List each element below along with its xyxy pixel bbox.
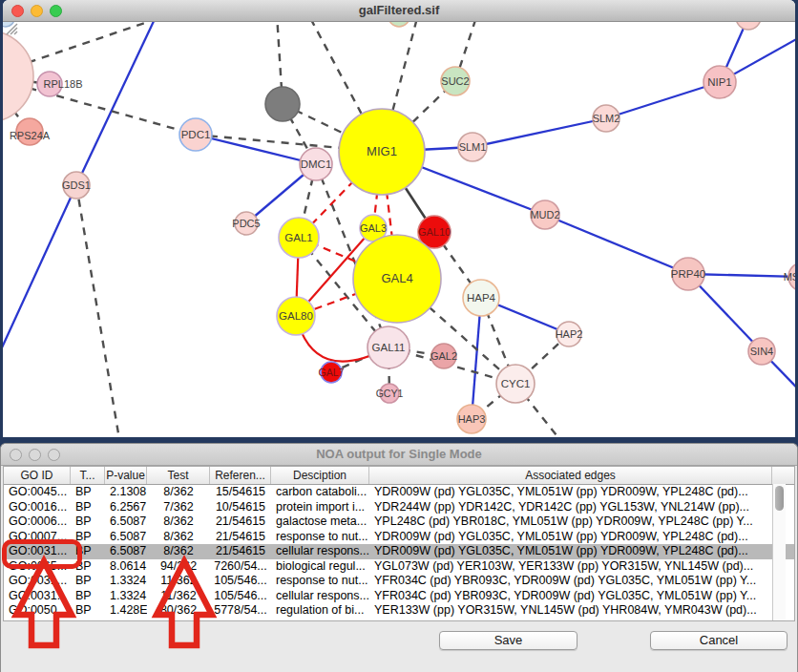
node-DMC1[interactable]: DMC1 [300,148,332,180]
table-row[interactable]: GO:0031...BP1.3324...11/362105/546...res… [4,574,794,589]
cell: 8.0614... [105,559,147,575]
cell: 11/362 [147,589,210,604]
node-label: GAL11 [372,342,406,353]
noa-window-title: NOA output for Single Mode [1,447,797,461]
cell: YPL248C (pd) YBR018C, YML051W (pp) YDR00… [369,514,772,530]
node-HAP3[interactable]: HAP3 [457,405,486,433]
cell: GO:0016... [4,500,71,515]
noa-results-table: GO IDT...P-valueTestReferen...Desciption… [3,466,795,621]
node-grayNode[interactable] [265,87,300,121]
cell: BP [71,603,105,619]
node-label: RPL18B [44,78,83,90]
table-row[interactable]: GO:0050...BP1.428E...80/3625778/54...reg… [4,603,794,619]
node-PDC1[interactable]: PDC1 [179,118,212,151]
table-row[interactable]: GO:0065...BP8.0614...94/3627260/54...bio… [4,559,794,575]
node-bigleft[interactable] [3,31,33,122]
cell: 7/362 [147,500,210,515]
cell: response to nut... [271,530,369,545]
cell: cellular respons... [271,589,369,604]
node-CYC1[interactable]: CYC1 [496,365,535,403]
cell: YFR034C (pd) YBR093C, YDR009W (pd) YGL03… [369,589,772,604]
table-row[interactable]: GO:0031...BP1.3324...11/362105/546...cel… [4,589,794,604]
node-GAL1[interactable]: GAL1 [279,218,319,258]
column-header-associated-edges[interactable]: Associated edges [369,467,772,484]
vertical-scrollbar-thumb[interactable] [775,486,784,511]
cell: 2.1308... [105,485,147,500]
cell: BP [71,589,105,604]
cell: 21/54615 [210,530,271,545]
node-PRP40[interactable]: PRP40 [671,258,705,290]
network-canvas[interactable]: RPL18BRPS24AGDS1PDC1PDC5DMC1MIG1SUC2SLM1… [3,22,795,437]
cell: GO:0031... [4,574,71,589]
cell: 105/546... [210,589,271,604]
table-header-row: GO IDT...P-valueTestReferen...Desciption… [4,467,794,485]
graph-edge[interactable] [606,82,720,118]
cell: 21/54615 [210,514,271,530]
graph-edge[interactable] [545,215,688,274]
node-label: HAP3 [458,413,486,425]
cell: 6.2567... [105,500,147,515]
table-row[interactable]: GO:0031...BP6.5087...8/36221/54615cellul… [4,544,794,559]
node-NIP1[interactable]: NIP1 [704,66,736,98]
cell: GO:0045... [4,485,71,500]
node-label: NIP1 [707,76,732,88]
node-HAP2[interactable]: HAP2 [556,322,583,346]
network-window-titlebar[interactable]: galFiltered.sif [3,0,795,22]
node-greenTop[interactable] [388,22,410,27]
node-pinkTop[interactable] [736,22,761,30]
node-label: HAP2 [556,328,583,340]
node-label: PDC5 [232,218,260,229]
vertical-scrollbar[interactable] [772,484,786,621]
node-MSL1[interactable]: MSL1 [784,262,795,291]
cell: 1.428E... [105,603,147,619]
node-GCY1[interactable]: GCY1 [376,384,404,403]
table-row[interactable]: GO:0016...BP6.2567...7/36210/54615protei… [4,500,794,515]
column-header-desciption[interactable]: Desciption [271,467,369,484]
table-row[interactable]: GO:0007...BP6.5087...8/36221/54615respon… [4,530,794,545]
node-RPS24A[interactable]: RPS24A [10,118,51,145]
cell: protein import i... [271,500,369,515]
cell: BP [71,530,105,545]
cell: BP [71,574,105,589]
cell: YGL073W (pd) YER103W, YER133W (pp) YOR31… [369,559,772,575]
node-MIG1[interactable]: MIG1 [339,109,425,195]
node-RPL18B[interactable]: RPL18B [37,72,82,96]
node-GAL7[interactable]: GAL7 [319,362,345,383]
network-graph[interactable]: RPL18BRPS24AGDS1PDC1PDC5DMC1MIG1SUC2SLM1… [3,22,795,437]
graph-edge[interactable] [3,185,76,437]
node-GAL4[interactable]: GAL4 [353,235,441,323]
node-GAL2[interactable]: GAL2 [430,344,457,368]
column-header-p-value[interactable]: P-value [105,467,147,484]
node-SIN4[interactable]: SIN4 [748,338,775,365]
graph-edge[interactable] [472,118,606,147]
column-header-go-id[interactable]: GO ID [4,467,71,484]
node-label: PRP40 [671,268,705,280]
cell: 6.5087... [105,514,147,530]
node-label: GAL1 [284,232,312,243]
node-SLM2[interactable]: SLM2 [593,105,620,132]
node-GAL80[interactable]: GAL80 [277,297,315,335]
graph-edge[interactable] [76,185,119,437]
cell: 7260/54... [210,559,271,575]
table-row[interactable]: GO:0045...BP2.1308...8/36215/54615carbon… [4,485,794,500]
column-header-referen-[interactable]: Referen... [210,467,271,484]
node-HAP4[interactable]: HAP4 [463,280,499,316]
cell: 8/362 [147,514,210,530]
node-GDS1[interactable]: GDS1 [62,172,91,199]
resize-grip[interactable] [3,22,18,35]
column-header-test[interactable]: Test [147,467,210,484]
node-SUC2[interactable]: SUC2 [441,67,470,95]
noa-window-titlebar[interactable]: NOA output for Single Mode [1,444,797,466]
node-MUD2[interactable]: MUD2 [530,200,559,229]
cell: YDR009W (pd) YGL035C, YML051W (pp) YDR00… [369,530,772,545]
cell: 11/362 [147,574,210,589]
cell: 1.3324... [105,574,147,589]
table-row[interactable]: GO:0006...BP6.5087...8/36221/54615galact… [4,514,794,530]
cell: galactose meta... [271,514,369,530]
save-button[interactable]: Save [439,631,578,650]
node-SLM1[interactable]: SLM1 [458,133,487,161]
cancel-button[interactable]: Cancel [650,631,788,650]
cell: regulation of bi... [271,603,369,619]
node-GAL11[interactable]: GAL11 [368,326,410,368]
column-header-t-[interactable]: T... [71,467,105,484]
